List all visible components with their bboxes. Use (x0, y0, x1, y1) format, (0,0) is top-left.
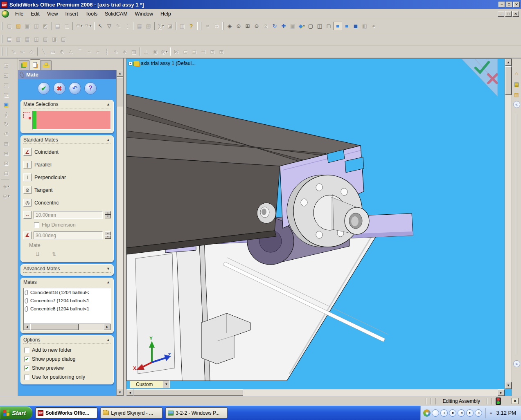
toolbar-grip[interactable] (222, 22, 223, 30)
angle-field[interactable]: 30.00deg (34, 231, 103, 239)
flip-dimension-checkbox[interactable] (34, 222, 39, 228)
minimize-button[interactable]: – (498, 2, 505, 7)
distance-field[interactable]: 10.00mm (34, 211, 103, 219)
scrollbar-thumb[interactable] (30, 324, 79, 330)
scroll-right-button[interactable]: ► (104, 324, 111, 330)
menu-item-solidcam[interactable]: SolidCAM (101, 10, 131, 18)
ok-button[interactable]: ✔ (38, 82, 50, 94)
aligned-icon[interactable]: ⇊ (33, 250, 42, 258)
next-track-icon[interactable]: ► (466, 409, 474, 417)
edit-component-icon[interactable]: ▣ (1, 99, 11, 109)
menu-item-edit[interactable]: Edit (27, 10, 43, 18)
use-for-positioning-only-checkbox[interactable] (24, 375, 29, 380)
file-explorer-icon[interactable]: ▧ (512, 90, 521, 99)
open-icon[interactable]: ▧ (14, 22, 23, 30)
hidden-lines-removed-icon[interactable]: ◻ (324, 22, 333, 30)
select-icon[interactable]: ↖ (96, 22, 105, 30)
scroll-up-button[interactable]: ▲ (117, 70, 123, 77)
help-button[interactable]: ? (84, 82, 97, 94)
title-bar[interactable]: SW SolidWorks Office Premium 2006 - [axi… (0, 0, 521, 9)
shadows-in-shaded-mode-icon[interactable]: ◼ (351, 22, 360, 30)
scrollbar-thumb[interactable] (133, 389, 243, 396)
show-preview-checkbox[interactable]: ✔ (24, 366, 29, 371)
solidworks-resources-icon[interactable]: ⌂ (512, 69, 521, 77)
angle-icon[interactable]: ∡ (23, 231, 32, 239)
tree-expand-icon[interactable]: + (129, 62, 132, 65)
menu-item-help[interactable]: Help (157, 10, 175, 18)
tray-chevron-icon[interactable]: « (489, 411, 492, 416)
tangent-mate-row[interactable]: ⊘ Tangent (23, 184, 111, 196)
collapse-button[interactable]: ▲ (106, 102, 111, 106)
menu-item-tools[interactable]: Tools (82, 10, 101, 18)
menu-item-view[interactable]: View (43, 10, 62, 18)
wmp-logo-icon[interactable]: ◉ (423, 409, 431, 417)
pause-icon[interactable]: ‖ (440, 409, 448, 417)
maximize-button[interactable]: □ (506, 2, 512, 7)
mate-list-item[interactable]: Coincident18 (1204 ballnut< (24, 288, 111, 296)
expand-button[interactable]: ▼ (106, 267, 111, 271)
anti-aligned-icon[interactable]: ⇅ (50, 250, 59, 258)
shaded-icon[interactable]: ■ (342, 22, 351, 30)
mates-listbox[interactable]: Coincident18 (1204 ballnut< Concentric7 … (23, 288, 111, 330)
previous-track-icon[interactable]: ◄ (458, 409, 465, 417)
hidden-lines-visible-icon[interactable]: ◫ (315, 22, 324, 30)
toolbar-grip[interactable] (2, 35, 3, 43)
help-icon[interactable]: ? (187, 22, 196, 30)
coincident-icon[interactable]: ∠ (23, 148, 32, 156)
mates-horizontal-scrollbar[interactable]: ◄ ► (24, 323, 111, 330)
collapse-button[interactable]: ▲ (106, 280, 111, 284)
taskbar-item-picture-viewer[interactable]: 3-2-2 - Windows P... (165, 407, 228, 418)
zoom-to-area-icon[interactable]: ⊞ (243, 22, 252, 30)
doc-close-button[interactable]: ✕ (512, 11, 519, 17)
propertymanager-tab[interactable] (30, 59, 41, 70)
rotate-view-icon[interactable]: ↻ (270, 22, 279, 30)
mate-list-item[interactable]: Concentric7 (1204 ballnut<1 (24, 296, 111, 305)
menu-item-window[interactable]: Window (131, 10, 157, 18)
viewport-vertical-scrollbar[interactable]: ▲ ▼ (505, 59, 512, 389)
concentric-mate-row[interactable]: ◎ Concentric (23, 196, 111, 209)
mate-selections-listbox[interactable] (32, 111, 111, 130)
taskbar-item-solidworks[interactable]: SW SolidWorks Offic... (35, 407, 97, 418)
assembly-tree-label[interactable]: axis trial assy 1 (Defaul... (141, 61, 196, 66)
cancel-button[interactable]: ✖ (53, 82, 65, 94)
volume-icon[interactable]: ♫ (475, 409, 482, 417)
zoom-in-out-icon[interactable]: ⊖ (252, 22, 261, 30)
tangent-icon[interactable]: ⊘ (23, 186, 32, 194)
scrollbar-track[interactable] (117, 77, 123, 389)
stop-icon[interactable]: ■ (449, 409, 456, 417)
selection-filter-icon[interactable]: ▽ (105, 22, 114, 30)
distance-icon[interactable]: ↔ (23, 211, 32, 219)
close-button[interactable]: ✕ (513, 2, 520, 7)
viewport-horizontal-scrollbar[interactable]: ◄ ► (126, 389, 505, 396)
pan-icon[interactable]: ✚ (279, 22, 288, 30)
toolbar-grip[interactable] (2, 22, 3, 30)
collapse-bottom-icon[interactable]: « (513, 360, 520, 367)
collapse-button[interactable]: ▲ (106, 138, 111, 142)
panel-splitter[interactable] (124, 58, 126, 396)
design-library-icon[interactable]: ▤ (512, 80, 521, 88)
toolbar-grip[interactable] (2, 47, 3, 56)
collapse-button[interactable]: ▲ (106, 338, 111, 342)
concentric-icon[interactable]: ◎ (23, 199, 32, 207)
angle-spinner[interactable]: ▲▼ (105, 231, 111, 239)
scroll-up-button[interactable]: ▲ (505, 59, 512, 66)
configurationmanager-tab[interactable] (41, 60, 52, 70)
view-orientation-icon[interactable]: ◈ (225, 22, 234, 30)
scroll-left-button[interactable]: ◄ (24, 324, 30, 330)
wmp-chevron-icon[interactable]: ˇ (432, 409, 439, 417)
parallel-icon[interactable]: ∥ (23, 161, 32, 168)
wireframe-icon[interactable]: ▢ (306, 22, 315, 30)
perpendicular-mate-row[interactable]: ⊥ Perpendicular (23, 171, 111, 184)
graphics-viewport[interactable]: X Y Z + axis trial assy 1 (Defaul... Cus… (126, 58, 512, 396)
show-popup-dialog-checkbox[interactable]: ✔ (24, 357, 29, 362)
panel-scrollbar[interactable]: ▲ ▼ (116, 70, 123, 396)
parallel-mate-row[interactable]: ∥ Parallel (23, 158, 111, 171)
perpendicular-icon[interactable]: ⊥ (23, 173, 32, 181)
doc-restore-button[interactable]: □ (505, 11, 512, 17)
custom-view-dropdown[interactable]: Custom ▼ (130, 380, 170, 388)
zoom-to-fit-icon[interactable]: ⊙ (234, 22, 243, 30)
featuremanager-tab[interactable] (19, 60, 29, 70)
standard-views-icon[interactable]: ◆ (297, 22, 306, 30)
scroll-right-button[interactable]: ► (498, 389, 505, 396)
start-button[interactable]: Start (0, 407, 32, 419)
